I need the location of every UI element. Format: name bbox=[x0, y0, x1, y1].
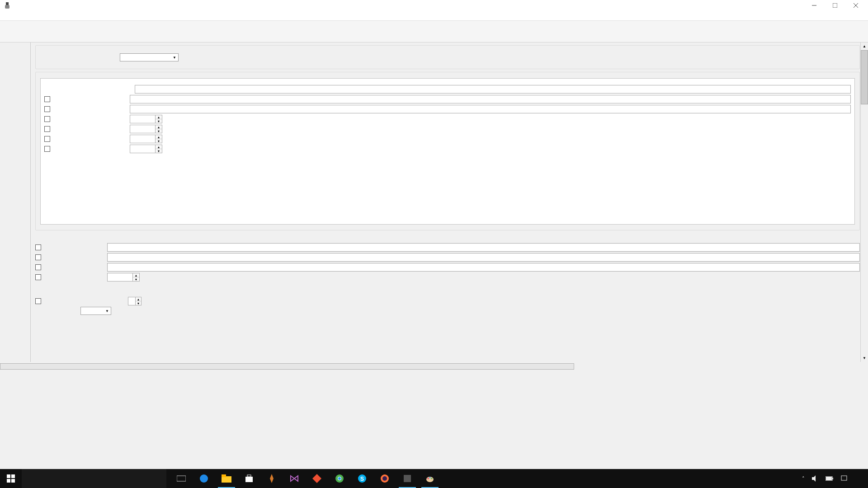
system-tray: ˄ bbox=[798, 475, 868, 482]
app-icon-1[interactable] bbox=[260, 469, 283, 488]
same-salts-checkbox[interactable] bbox=[35, 274, 41, 280]
spin-up-icon[interactable]: ▲ bbox=[156, 145, 162, 149]
end-index-checkbox[interactable] bbox=[44, 146, 50, 152]
spin-up-icon[interactable]: ▲ bbox=[156, 125, 162, 129]
end-index-value[interactable] bbox=[130, 145, 155, 153]
menubar bbox=[0, 11, 868, 21]
close-button[interactable] bbox=[845, 0, 866, 11]
svg-rect-14 bbox=[245, 477, 253, 482]
chevron-down-icon: ▼ bbox=[105, 309, 109, 313]
taskbar-search[interactable] bbox=[22, 469, 166, 488]
chrome-icon[interactable] bbox=[328, 469, 351, 488]
progress-bar bbox=[0, 363, 574, 370]
svg-marker-16 bbox=[270, 474, 274, 483]
load-groups-checkbox[interactable] bbox=[35, 254, 41, 260]
markov-tab-panel: ▲▼ ▲▼ ▲▼ ▲▼ bbox=[40, 78, 855, 225]
svg-rect-35 bbox=[841, 476, 847, 480]
hybrid-mask-checkbox[interactable] bbox=[44, 106, 50, 112]
spin-up-icon[interactable]: ▲ bbox=[156, 135, 162, 139]
hybrid-mask-input[interactable] bbox=[130, 105, 851, 113]
volume-icon[interactable] bbox=[808, 475, 822, 482]
end-index-spinner[interactable]: ▲▼ bbox=[130, 145, 162, 153]
svg-point-11 bbox=[200, 474, 208, 483]
spin-down-icon[interactable]: ▼ bbox=[156, 119, 162, 123]
svg-rect-6 bbox=[7, 474, 10, 478]
same-salts-value[interactable] bbox=[107, 273, 132, 282]
fork-count-spinner[interactable]: ▲▼ bbox=[128, 297, 142, 305]
min-level-checkbox[interactable] bbox=[44, 116, 50, 122]
start-button[interactable] bbox=[0, 469, 22, 488]
start-index-spinner[interactable]: ▲▼ bbox=[130, 135, 162, 143]
firefox-icon[interactable] bbox=[373, 469, 396, 488]
svg-marker-31 bbox=[812, 475, 816, 482]
spin-up-icon[interactable]: ▲ bbox=[133, 273, 139, 277]
session-details-group: ▼ bbox=[35, 45, 860, 69]
markov-mode-input[interactable] bbox=[135, 85, 851, 94]
store-icon[interactable] bbox=[238, 469, 260, 488]
svg-rect-34 bbox=[826, 477, 832, 480]
titlebar bbox=[0, 0, 868, 11]
spin-up-icon[interactable]: ▲ bbox=[156, 115, 162, 119]
vertical-scrollbar[interactable]: ▲ ▼ bbox=[860, 42, 868, 362]
chevron-down-icon: ▼ bbox=[173, 56, 176, 60]
spin-up-icon[interactable]: ▲ bbox=[136, 297, 141, 301]
load-shells-checkbox[interactable] bbox=[35, 264, 41, 270]
min-level-value[interactable] bbox=[130, 115, 155, 123]
load-groups-input[interactable] bbox=[107, 253, 860, 262]
spin-down-icon[interactable]: ▼ bbox=[156, 149, 162, 153]
content-area: ▼ bbox=[31, 42, 868, 371]
svg-rect-8 bbox=[7, 479, 10, 483]
start-index-value[interactable] bbox=[130, 135, 155, 143]
load-users-checkbox[interactable] bbox=[35, 244, 41, 250]
start-index-checkbox[interactable] bbox=[44, 136, 50, 142]
scrollbar-thumb[interactable] bbox=[861, 50, 868, 104]
minimize-button[interactable] bbox=[804, 0, 825, 11]
svg-point-25 bbox=[382, 476, 387, 481]
svg-marker-17 bbox=[291, 476, 298, 481]
edge-icon[interactable] bbox=[193, 469, 215, 488]
openmp-threads-combo[interactable]: ▼ bbox=[80, 307, 111, 315]
hash-format-combo[interactable]: ▼ bbox=[120, 53, 179, 61]
file-explorer-icon[interactable] bbox=[215, 469, 238, 488]
johnny-taskbar-icon[interactable] bbox=[396, 469, 419, 488]
max-level-value[interactable] bbox=[130, 125, 155, 133]
battery-icon[interactable] bbox=[822, 476, 837, 481]
svg-rect-7 bbox=[11, 474, 15, 478]
max-level-checkbox[interactable] bbox=[44, 126, 50, 132]
task-view-button[interactable] bbox=[170, 469, 193, 488]
git-icon[interactable] bbox=[306, 469, 328, 488]
external-mode-checkbox[interactable] bbox=[44, 96, 50, 102]
spin-down-icon[interactable]: ▼ bbox=[133, 277, 139, 281]
notifications-icon[interactable] bbox=[837, 475, 851, 482]
load-users-input[interactable] bbox=[107, 243, 860, 252]
spin-down-icon[interactable]: ▼ bbox=[156, 129, 162, 133]
attack-mode-group: ▲▼ ▲▼ ▲▼ ▲▼ bbox=[35, 72, 860, 230]
tray-expand-icon[interactable]: ˄ bbox=[798, 476, 808, 482]
scroll-up-icon[interactable]: ▲ bbox=[861, 42, 868, 50]
svg-rect-3 bbox=[833, 3, 837, 8]
parallelization-label bbox=[35, 287, 860, 294]
max-level-spinner[interactable]: ▲▼ bbox=[130, 125, 162, 133]
svg-point-28 bbox=[428, 478, 429, 479]
external-mode-input[interactable] bbox=[130, 95, 851, 103]
skype-icon[interactable]: S bbox=[351, 469, 373, 488]
svg-rect-33 bbox=[832, 478, 833, 479]
side-rail bbox=[0, 42, 31, 371]
same-salts-spinner[interactable]: ▲▼ bbox=[107, 273, 140, 282]
svg-rect-9 bbox=[11, 479, 15, 483]
fork-mode-checkbox[interactable] bbox=[35, 298, 41, 304]
svg-text:S: S bbox=[360, 476, 364, 482]
paint-icon[interactable] bbox=[419, 469, 441, 488]
load-shells-input[interactable] bbox=[107, 263, 860, 272]
visual-studio-icon[interactable] bbox=[283, 469, 306, 488]
spin-down-icon[interactable]: ▼ bbox=[156, 139, 162, 143]
scroll-down-icon[interactable]: ▼ bbox=[861, 354, 868, 362]
input-selectors-label bbox=[35, 233, 860, 239]
maximize-button[interactable] bbox=[825, 0, 845, 11]
spin-down-icon[interactable]: ▼ bbox=[136, 301, 141, 305]
min-level-spinner[interactable]: ▲▼ bbox=[130, 115, 162, 123]
fork-count-value[interactable] bbox=[128, 297, 135, 305]
svg-rect-1 bbox=[5, 5, 9, 9]
svg-rect-0 bbox=[6, 2, 9, 5]
status-bar bbox=[0, 362, 868, 371]
